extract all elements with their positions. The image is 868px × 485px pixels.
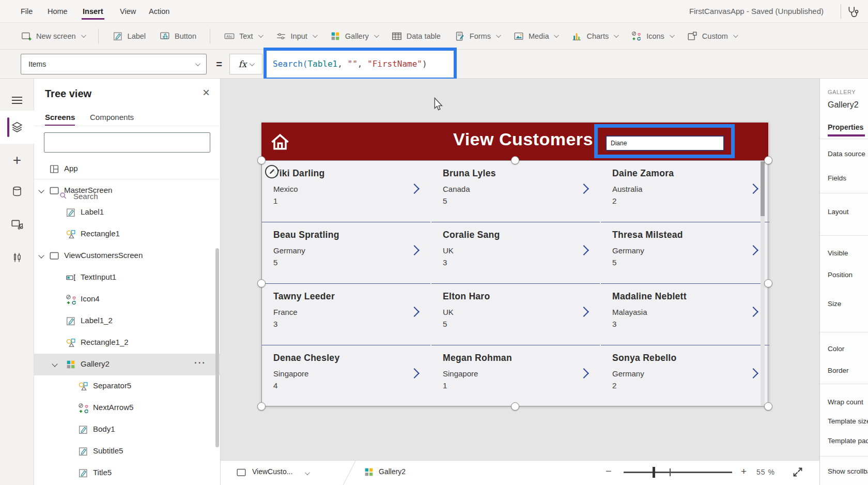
tree-item-textinput1[interactable]: TextInput1 (34, 267, 221, 289)
tree-item-label: App (64, 164, 78, 173)
resize-handle-middle-right[interactable] (764, 279, 772, 287)
ribbon-media-dropdown[interactable]: Media (513, 31, 558, 42)
more-options-icon[interactable]: ··· (194, 358, 206, 368)
ribbon-custom-dropdown[interactable]: Custom (687, 31, 737, 42)
icons-icon (631, 31, 642, 42)
resize-handle-bottom-left[interactable] (257, 402, 266, 411)
resize-handle-middle-left[interactable] (257, 279, 266, 287)
close-icon[interactable]: × (198, 85, 214, 100)
tree-item-label1[interactable]: Label1 (34, 202, 221, 223)
zoom-value: 55 (756, 468, 766, 476)
ribbon-charts-dropdown[interactable]: Charts (571, 31, 617, 42)
rail-add-button[interactable]: + (0, 146, 34, 175)
resize-handle-bottom-middle[interactable] (511, 402, 519, 411)
tree-item-label: MasterScreen (64, 186, 112, 194)
canvas-text-input[interactable]: Diane (606, 135, 724, 151)
button-icon (159, 31, 171, 42)
tree-item-icon4[interactable]: Icon4 (34, 289, 221, 310)
tab-screens[interactable]: Screens (45, 113, 75, 122)
tab-properties[interactable]: Properties (828, 123, 863, 131)
ribbon-gallery-dropdown[interactable]: Gallery (330, 31, 378, 42)
property-row-data-source[interactable]: Data source (828, 150, 865, 158)
property-row-position[interactable]: Position (828, 271, 853, 279)
breadcrumb-control[interactable]: Gallery2 (379, 467, 406, 476)
chevron-down-icon (614, 33, 619, 38)
menu-action[interactable]: Action (149, 0, 169, 23)
tree-scrollbar[interactable] (215, 248, 219, 447)
rail-advanced-tools-button[interactable] (0, 243, 34, 272)
ribbon-button-button[interactable]: Button (159, 31, 196, 42)
property-row-size[interactable]: Size (828, 300, 841, 308)
property-row-wrap-count[interactable]: Wrap count (828, 398, 863, 406)
tree-item-label1-2[interactable]: Label1_2 (34, 310, 221, 332)
tree-item-subtitle5[interactable]: Subtitle5 (34, 441, 221, 462)
menu-home[interactable]: Home (48, 0, 68, 23)
text-icon (224, 31, 235, 42)
fx-dropdown[interactable]: fx (229, 54, 262, 74)
tree-item-masterscreen[interactable]: MasterScreen (34, 180, 221, 202)
rail-tree-view-button[interactable] (0, 111, 34, 144)
property-row-border[interactable]: Border (828, 367, 849, 374)
property-row-color[interactable]: Color (828, 345, 844, 353)
resize-handle-top-right[interactable] (764, 156, 772, 164)
resize-handle-bottom-right[interactable] (764, 402, 772, 411)
chevron-expanded-icon[interactable] (38, 252, 44, 258)
resize-handle-top-left[interactable] (257, 156, 266, 164)
property-selector-dropdown[interactable]: Items (21, 54, 207, 74)
ribbon-icons-dropdown[interactable]: Icons (631, 31, 673, 42)
fullscreen-icon[interactable] (792, 466, 804, 478)
property-row-visible[interactable]: Visible (828, 249, 848, 257)
zoom-slider-thumb[interactable] (653, 467, 655, 478)
resize-handle-top-middle[interactable] (511, 156, 519, 164)
menu-insert[interactable]: Insert (83, 0, 103, 23)
new-screen-icon (21, 31, 32, 42)
app-checker-icon[interactable] (846, 5, 860, 19)
menu-file[interactable]: File (21, 0, 33, 23)
menu-view[interactable]: View (120, 0, 136, 23)
tree-item-title5[interactable]: Title5 (34, 462, 221, 484)
tree-item-app[interactable]: App (34, 158, 221, 180)
text-input-icon (65, 272, 76, 283)
property-row-template-padding[interactable]: Template padding (828, 437, 868, 445)
tree-item-rectangle1[interactable]: Rectangle1 (34, 223, 221, 245)
tree-item-body1[interactable]: Body1 (34, 419, 221, 441)
ribbon-new-screen-button[interactable]: New screen (21, 31, 85, 42)
chevron-expanded-icon[interactable] (52, 361, 57, 367)
ribbon-forms-dropdown[interactable]: Forms (454, 31, 500, 42)
property-row-fields[interactable]: Fields (828, 174, 846, 182)
tree-item-nextarrow5[interactable]: NextArrow5 (34, 397, 221, 419)
tab-underline (828, 134, 865, 137)
rail-media-button[interactable] (0, 210, 34, 239)
chevron-expanded-icon[interactable] (38, 187, 44, 193)
tree-item-label: Gallery2 (81, 359, 110, 368)
tree-item-viewcustomersscreen[interactable]: ViewCustomersScreen (34, 245, 221, 267)
ribbon-label-button[interactable]: Label (112, 31, 146, 42)
chevron-down-icon (313, 33, 318, 38)
formula-token: , (358, 59, 367, 69)
tree-item-gallery2[interactable]: Gallery2 ··· (34, 354, 221, 375)
screen-header-title[interactable]: View Customers (429, 129, 593, 149)
tab-components[interactable]: Components (90, 113, 134, 122)
tree-search-box[interactable]: Search (44, 132, 210, 153)
zoom-slider-track[interactable] (624, 472, 732, 473)
tree-item-label: ViewCustomersScreen (64, 251, 143, 260)
ribbon-separator (98, 28, 99, 44)
ribbon-label: Data table (407, 32, 441, 40)
tree-item-rectangle1-2[interactable]: Rectangle1_2 (34, 332, 221, 354)
shapes-icon (65, 229, 76, 240)
zoom-out-button[interactable]: − (606, 465, 612, 477)
property-row-show-scrollbar[interactable]: Show scrollbar (828, 467, 868, 475)
tree-item-separator5[interactable]: Separator5 (34, 375, 221, 397)
zoom-in-button[interactable]: + (741, 466, 747, 477)
ribbon-data-table-button[interactable]: Data table (391, 31, 441, 42)
tree-item-label: Rectangle1 (81, 229, 120, 238)
home-icon[interactable] (269, 130, 291, 153)
edit-gallery-template-button[interactable] (265, 165, 278, 178)
formula-input[interactable]: Search(Table1, "", "FirstName") (267, 51, 454, 78)
property-row-layout[interactable]: Layout (828, 208, 849, 216)
ribbon-input-dropdown[interactable]: Input (275, 31, 316, 42)
property-row-template-size[interactable]: Template size (828, 417, 868, 425)
ribbon-text-dropdown[interactable]: Text (224, 31, 262, 42)
breadcrumb-screen[interactable]: ViewCusto... (252, 467, 292, 476)
rail-data-button[interactable] (0, 177, 34, 206)
